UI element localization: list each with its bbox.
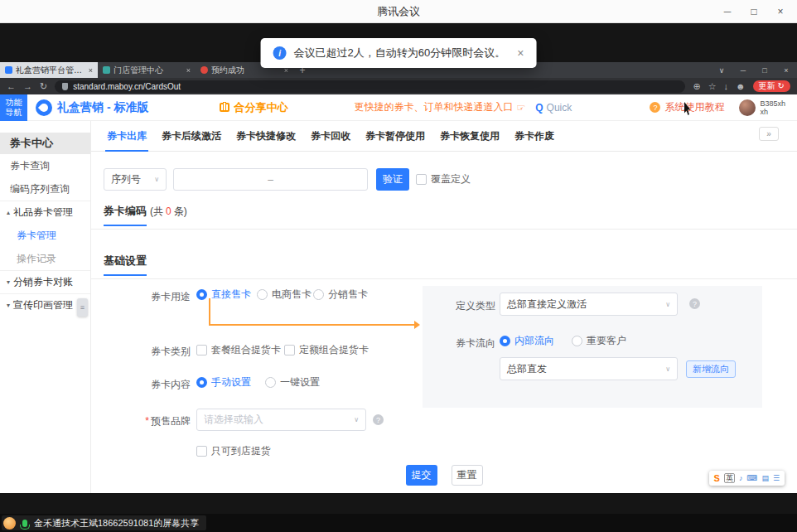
help-icon[interactable]: ? <box>689 298 700 309</box>
screen-share-chip[interactable]: 金禾通技术王斌18662591081的屏幕共享 <box>2 515 206 530</box>
tab-card-recycle[interactable]: 券卡回收 <box>303 121 358 151</box>
sidebar-item-operation-log[interactable]: 操作记录 <box>0 247 90 270</box>
radio-circle <box>196 289 207 300</box>
microphone-icon <box>22 520 27 527</box>
flow-connector-line <box>209 298 210 326</box>
browser-close-button[interactable]: × <box>775 62 797 78</box>
tab-favicon <box>200 66 208 74</box>
radio-important-customer[interactable]: 重要客户 <box>572 334 626 348</box>
serial-type-select[interactable]: 序列号 ∨ <box>104 168 167 191</box>
tab-card-quick-edit[interactable]: 券卡快捷修改 <box>229 121 303 151</box>
radio-distribution-sale[interactable]: 分销售卡 <box>313 288 368 302</box>
promo-link[interactable]: 更快捷的券卡、订单和快递通道入口 ☞ <box>354 100 525 114</box>
quick-search[interactable]: Q Quick <box>535 102 572 114</box>
sidebar-group-distribution-reconciliation[interactable]: ▾ 分销券卡对账 <box>0 270 90 293</box>
plugin-menu-icon[interactable]: ☰ <box>773 474 780 482</box>
sidebar-group-gift-card-management[interactable]: ▴ 礼品券卡管理 <box>0 201 90 224</box>
chevron-down-icon: ∨ <box>354 416 359 423</box>
avatar <box>739 99 756 116</box>
zoom-icon[interactable]: ⊕ <box>693 81 700 92</box>
user-badge[interactable]: B385xh xh <box>739 99 785 116</box>
profile-icon[interactable]: ☻ <box>736 81 746 91</box>
browser-tab-marketing[interactable]: 礼盒营销平台管理中心 × <box>0 62 98 78</box>
tab-favicon <box>5 66 12 74</box>
collapse-icon: ▴ <box>7 209 10 216</box>
serial-range-input[interactable]: – <box>173 168 368 191</box>
sidebar-collapse-handle[interactable]: ≡ <box>77 298 88 317</box>
forward-icon[interactable]: → <box>23 81 32 91</box>
meeting-toast: i 会议已超过2人，自动转为60分钟限时会议。 × <box>261 38 537 68</box>
reload-icon[interactable]: ↻ <box>40 81 47 92</box>
verify-button[interactable]: 验证 <box>376 168 409 191</box>
chevron-down-icon: ∨ <box>154 176 159 183</box>
radio-manual-setup[interactable]: 手动设置 <box>196 375 251 389</box>
tab-card-resume[interactable]: 券卡恢复使用 <box>432 121 507 151</box>
card-flow-label: 券卡流向 <box>454 336 495 351</box>
tab-card-pause[interactable]: 券卡暂停使用 <box>358 121 432 151</box>
address-bar[interactable]: standard.maboy.cn/CardsOut <box>55 80 685 93</box>
checkbox-store-pickup-only[interactable]: 只可到店提货 <box>196 444 271 458</box>
close-button[interactable]: × <box>767 0 794 23</box>
radio-internal-flow[interactable]: 内部流向 <box>500 334 554 348</box>
brand: 礼盒营销 - 标准版 <box>36 99 148 116</box>
tab-card-void[interactable]: 券卡作废 <box>507 121 562 151</box>
chevron-down-icon: ∨ <box>665 301 670 308</box>
radio-one-click-setup[interactable]: 一键设置 <box>265 375 320 389</box>
sharer-avatar <box>3 517 16 530</box>
define-type-select[interactable]: 总部直接定义激活 ∨ <box>500 293 678 316</box>
plugin-language-badge[interactable]: 英 <box>724 473 735 483</box>
toast-message: 会议已超过2人，自动转为60分钟限时会议。 <box>294 46 506 60</box>
basic-settings-header: 基础设置 <box>104 254 147 276</box>
expand-icon: ▾ <box>7 278 10 286</box>
browser-minimize-button[interactable]: ─ <box>732 62 754 78</box>
plugin-audio-icon[interactable]: ♪ <box>739 474 743 482</box>
checkbox-package-combo-card[interactable]: 套餐组合提货卡 <box>196 343 281 357</box>
submit-button[interactable]: 提交 <box>406 465 437 486</box>
radio-circle <box>313 289 324 300</box>
hand-pointer-icon: ☞ <box>516 102 525 114</box>
help-icon[interactable]: ? <box>373 414 384 425</box>
bookmark-star-icon[interactable]: ☆ <box>708 81 717 92</box>
override-define-checkbox[interactable]: 覆盖定义 <box>416 172 471 186</box>
plugin-keyboard-icon[interactable]: ⌨ <box>746 474 757 482</box>
user-name: B385xh <box>760 99 785 108</box>
plugin-grid-icon[interactable]: ▤ <box>761 474 769 482</box>
quick-search-icon: Q <box>535 102 543 114</box>
add-flow-button[interactable]: 新增流向 <box>686 360 736 378</box>
plugin-logo-icon[interactable]: S <box>714 473 720 483</box>
browser-menu-icon[interactable]: ∨ <box>711 62 732 78</box>
tab-close-icon[interactable]: × <box>89 66 93 75</box>
share-status-text: 金禾通技术王斌18662591081的屏幕共享 <box>34 517 199 530</box>
sidebar-item-card-management[interactable]: 券卡管理 <box>0 224 90 247</box>
browser-maximize-button[interactable]: □ <box>754 62 775 78</box>
sidebar-item-code-sequence-query[interactable]: 编码序列查询 <box>0 177 90 201</box>
reset-button[interactable]: 重置 <box>452 465 483 486</box>
download-icon[interactable]: ↓ <box>724 81 729 91</box>
tab-card-outbound[interactable]: 券卡出库 <box>99 121 154 151</box>
toast-close-icon[interactable]: × <box>517 46 524 60</box>
back-icon[interactable]: ← <box>7 81 16 91</box>
serial-verify-row: 序列号 ∨ – 验证 覆盖定义 <box>104 168 471 191</box>
divider <box>91 229 797 230</box>
radio-direct-sale[interactable]: 直接售卡 <box>196 288 251 302</box>
panel-collapse-button[interactable]: » <box>759 127 779 141</box>
nav-toggle-button[interactable]: 功能导航 <box>0 94 27 121</box>
meeting-titlebar: 腾讯会议 ─ □ × <box>0 0 797 23</box>
flow-connector-arrow-icon <box>414 321 420 329</box>
codes-section-header: 券卡编码 (共0条) <box>104 204 187 226</box>
maximize-button[interactable]: □ <box>741 0 767 23</box>
browser-update-button[interactable]: 更新 ↻ <box>753 80 790 92</box>
brand-logo-icon <box>36 99 52 116</box>
minimize-button[interactable]: ─ <box>714 0 741 23</box>
checkbox-box <box>416 174 427 185</box>
radio-ecommerce-sale[interactable]: 电商售卡 <box>257 288 312 302</box>
tab-close-icon[interactable]: × <box>186 66 191 75</box>
share-center-link[interactable]: 合分享中心 <box>220 100 287 115</box>
chevron-down-icon: ∨ <box>665 365 670 373</box>
flow-target-select[interactable]: 总部直发 ∨ <box>500 357 678 380</box>
tab-card-activate[interactable]: 券卡后续激活 <box>154 121 229 151</box>
checkbox-fixed-combo-card[interactable]: 定额组合提货卡 <box>284 343 369 357</box>
browser-tab-store[interactable]: 门店管理中心 × <box>98 62 196 78</box>
sidebar-item-card-query[interactable]: 券卡查询 <box>0 154 90 177</box>
presale-brand-select[interactable]: 请选择或输入 ∨ <box>196 409 366 431</box>
